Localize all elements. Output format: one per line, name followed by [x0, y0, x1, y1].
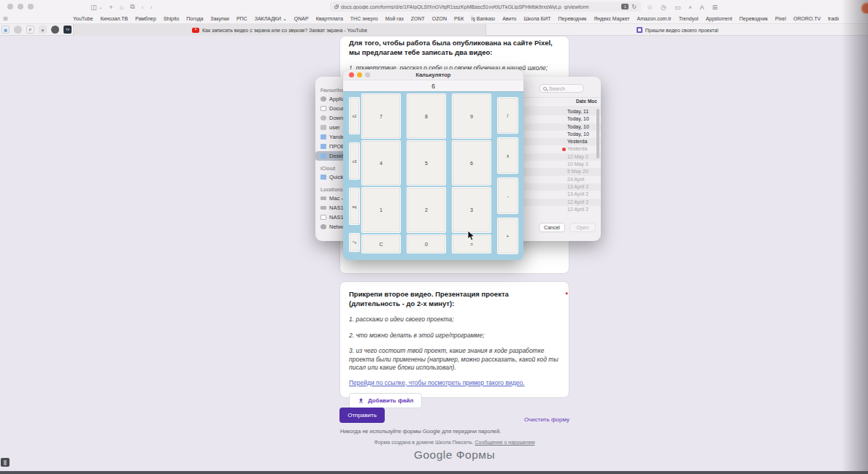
bookmark-item[interactable]: ТНС энерго — [350, 16, 378, 21]
sidebar-item-icon — [320, 115, 326, 121]
question-item: 2. что можно делать в этой игре/программ… — [349, 332, 562, 340]
profile-avatar[interactable] — [861, 2, 868, 15]
calc-digit-button[interactable]: 2 — [407, 187, 446, 233]
bookmark-item[interactable]: Мой газ — [385, 16, 404, 21]
column-header-date-modified[interactable]: Date Moc — [576, 99, 597, 104]
toolbar-icon[interactable]: ‹ — [142, 4, 144, 11]
toolbar-icon[interactable]: ☆ — [647, 4, 653, 11]
toolbar-icon[interactable]: A — [688, 5, 691, 9]
toolbar-icon[interactable]: A — [699, 4, 704, 11]
bookmark-item[interactable]: Погода — [186, 16, 203, 21]
bookmark-item[interactable]: Кинозал.ТВ — [101, 16, 128, 21]
bookmark-item[interactable]: Trendyol — [679, 16, 699, 21]
screen-corner-icon — [1, 458, 9, 467]
calc-function-button[interactable]: ^x — [349, 233, 360, 252]
bookmark-item[interactable]: YouTube — [73, 16, 93, 21]
calc-digit-button[interactable]: C — [361, 234, 401, 253]
toolbar-icon[interactable]: ⌄ — [99, 4, 103, 9]
window-close-button[interactable] — [7, 4, 13, 9]
sidebar-item-icon — [320, 196, 326, 200]
content-blocker-badge[interactable]: 1 — [621, 4, 629, 9]
calc-operator-button[interactable]: + — [497, 218, 518, 254]
bookmark-item[interactable]: İş Bankası — [471, 16, 495, 21]
calc-digit-button[interactable]: 6 — [452, 140, 491, 186]
cancel-button[interactable]: Cancel — [539, 223, 565, 232]
bookmark-item[interactable]: ZONT — [411, 16, 425, 21]
pinned-tab[interactable]: TV — [64, 26, 72, 34]
pinned-tab[interactable]: ◆ — [39, 26, 47, 34]
add-file-button[interactable]: Добавить файл — [349, 393, 422, 408]
toolbar-icon[interactable]: ◷ — [661, 4, 667, 11]
reading-list-icon[interactable]: ⊞ — [3, 15, 8, 22]
calc-digit-button[interactable]: 7 — [361, 93, 401, 139]
search-field[interactable] — [539, 84, 584, 93]
bookmark-item[interactable]: Рамблер — [135, 16, 156, 21]
reload-icon[interactable]: ↻ — [631, 4, 637, 10]
clear-form-link[interactable]: Очистить форму — [524, 416, 569, 423]
sidebar-item-icon — [320, 206, 326, 210]
bookmark-item[interactable]: РПС — [237, 16, 247, 21]
sidebar-item-label: user — [329, 124, 340, 131]
calc-minimize-button[interactable] — [357, 72, 362, 77]
tab-youtube[interactable]: Как записать видео с экрана или со звуко… — [73, 24, 486, 36]
calculator-display: 6 — [343, 80, 523, 92]
search-input[interactable] — [549, 86, 578, 91]
pinned-tab[interactable]: ▦ — [1, 26, 9, 34]
tab-form[interactable]: Пришли видео своего проекта! — [487, 24, 868, 36]
bookmark-item[interactable]: QNAP — [294, 16, 309, 21]
calc-operator-button[interactable]: - — [497, 177, 518, 214]
calculator-titlebar[interactable]: Калькулятор — [343, 69, 523, 80]
toolbar-icon[interactable]: › — [150, 4, 153, 11]
bookmark-item[interactable]: Pixel — [775, 16, 786, 21]
bookmark-item[interactable]: Appstorrent — [706, 16, 732, 21]
bookmark-item[interactable]: РБК — [454, 16, 464, 21]
toolbar-icon[interactable]: + — [110, 4, 113, 11]
bookmark-item[interactable]: Яндекс Маркет — [594, 16, 629, 21]
calc-digit-button[interactable]: 1 — [361, 187, 401, 233]
calc-operator-button[interactable]: x — [497, 137, 518, 174]
pinned-tab[interactable] — [14, 26, 22, 34]
question-item: 1. расскажи о идеи своего проекта; — [349, 316, 562, 324]
bookmark-item[interactable]: ЗАКЛАДКИ ⌄ — [255, 16, 287, 22]
file-list-scrollbar[interactable] — [596, 109, 599, 158]
open-button[interactable]: Open — [569, 223, 596, 232]
bookmark-item[interactable]: Shipito — [164, 16, 179, 21]
bookmark-item[interactable]: tradingview — [828, 16, 839, 21]
bookmark-item[interactable]: Переводчик — [740, 16, 768, 21]
calc-function-button[interactable]: x2 — [349, 97, 360, 134]
address-bar[interactable]: docs.google.com/forms/d/e/1FAIpQLSfXnGVt… — [330, 1, 641, 12]
calc-function-button[interactable]: x3 — [349, 142, 360, 180]
bookmark-item[interactable]: ORORO.TV — [794, 16, 821, 21]
bookmark-item[interactable]: Школа БИТ — [523, 16, 550, 21]
toolbar-icon[interactable]: ⊞ — [712, 4, 718, 11]
toolbar-icon[interactable]: ⧉ — [130, 3, 134, 11]
bookmark-item[interactable]: Закупки — [210, 16, 229, 21]
calc-digit-button[interactable]: 3 — [452, 187, 491, 233]
report-abuse-link[interactable]: Сообщение о нарушении — [475, 440, 534, 445]
pinned-tab[interactable]: P — [26, 26, 34, 34]
calc-operator-button[interactable]: / — [497, 97, 518, 134]
calc-digit-button[interactable]: 5 — [407, 140, 446, 186]
window-zoom-button[interactable] — [28, 4, 34, 9]
calc-digit-button[interactable]: 4 — [361, 140, 401, 186]
bookmark-item[interactable]: Квартплата — [316, 16, 343, 21]
example-video-link[interactable]: Перейди по ссылке, чтобы посмотреть прим… — [349, 379, 562, 386]
bookmark-item[interactable]: OZON — [432, 16, 447, 21]
bookmark-item[interactable]: Amazon.com.tr — [637, 16, 672, 21]
calc-zoom-button[interactable] — [365, 72, 370, 77]
pinned-tab[interactable] — [51, 26, 59, 34]
calc-digit-button[interactable]: 9 — [452, 93, 491, 139]
toolbar-icon[interactable]: ▭ — [675, 4, 681, 11]
window-minimize-button[interactable] — [18, 4, 23, 9]
calc-close-button[interactable] — [349, 72, 354, 77]
calc-digit-button[interactable]: 8 — [407, 93, 446, 139]
youtube-favicon — [192, 28, 199, 33]
tab-label: Как записать видео с экрана или со звуко… — [202, 28, 367, 33]
toolbar-icon[interactable]: ⌂ — [120, 4, 123, 11]
sidebar-item-icon — [320, 215, 326, 220]
toolbar-icon[interactable]: ◫ — [91, 4, 97, 11]
bookmark-item[interactable]: Авито — [502, 16, 516, 21]
calc-function-button[interactable]: sq — [349, 188, 360, 225]
calc-digit-button[interactable]: 0 — [407, 234, 446, 253]
bookmark-item[interactable]: Переводчик — [558, 16, 587, 21]
